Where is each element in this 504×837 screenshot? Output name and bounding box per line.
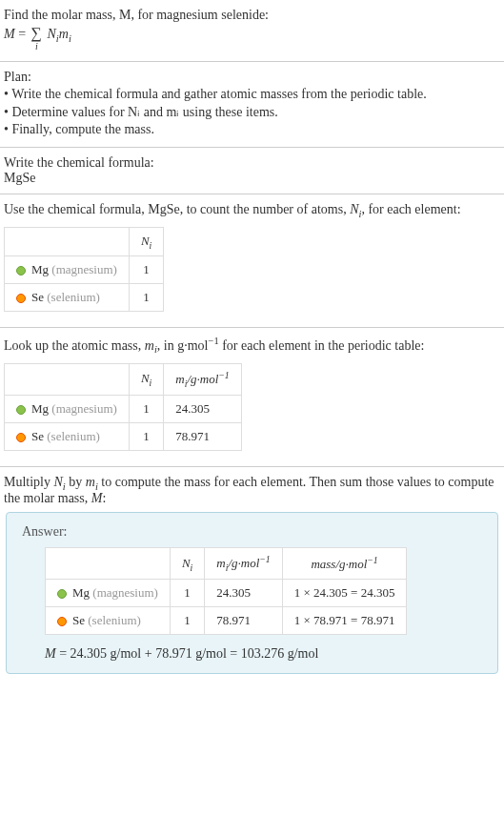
- element-cell: Se (selenium): [46, 607, 171, 635]
- result-expr: = 24.305 g/mol + 78.971 g/mol = 103.276 …: [56, 646, 319, 661]
- count-intro: Use the chemical formula, MgSe, to count…: [4, 202, 500, 219]
- n-cell: 1: [170, 607, 204, 635]
- answer-box: Answer: Ni mi/g·mol−1 mass/g·mol−1 Mg (m…: [6, 512, 498, 674]
- table-row: Mg (magnesium) 1: [5, 256, 164, 284]
- element-symbol: Mg: [31, 401, 49, 416]
- m-cell: 24.305: [164, 395, 241, 422]
- equals-sign: =: [18, 27, 29, 41]
- formula-step-title: Write the chemical formula:: [4, 155, 500, 171]
- element-name: (selenium): [47, 290, 100, 304]
- mult-b: by: [66, 475, 86, 489]
- element-bullet-icon: [16, 405, 26, 415]
- plan-title: Plan:: [4, 70, 500, 85]
- answer-content: Ni mi/g·mol−1 mass/g·mol−1 Mg (magnesium…: [22, 547, 482, 662]
- col-element: [5, 363, 130, 395]
- element-bullet-icon: [16, 433, 26, 442]
- formula-lhs: M: [4, 27, 15, 41]
- plan-item: • Determine values for Nᵢ and mᵢ using t…: [4, 104, 500, 120]
- header-section: Find the molar mass, M, for magnesium se…: [0, 0, 504, 62]
- element-bullet-icon: [57, 617, 67, 626]
- n-cell: 1: [129, 422, 163, 450]
- element-cell: Mg (magnesium): [46, 580, 171, 607]
- element-name: (selenium): [47, 429, 100, 443]
- lookup-table: Ni mi/g·mol−1 Mg (magnesium) 1 24.305 Se…: [4, 363, 242, 451]
- element-symbol: Se: [31, 290, 44, 304]
- plan-section: Plan: • Write the chemical formula and g…: [0, 62, 504, 148]
- element-name: (magnesium): [51, 401, 117, 416]
- plan-item: • Write the chemical formula and gather …: [4, 87, 500, 102]
- lookup-intro-b: , in g·mol: [157, 338, 209, 353]
- n-cell: 1: [129, 395, 163, 422]
- table-row: Se (selenium) 1: [5, 284, 164, 312]
- multiply-step-section: Multiply Ni by mi to compute the mass fo…: [0, 467, 504, 688]
- m-cell: 78.971: [164, 422, 241, 450]
- element-bullet-icon: [16, 294, 26, 303]
- element-name: (selenium): [88, 613, 141, 627]
- mult-a: Multiply: [4, 475, 54, 489]
- mult-var2: m: [86, 475, 95, 489]
- element-bullet-icon: [16, 266, 26, 276]
- lookup-intro-c: for each element in the periodic table:: [219, 338, 425, 353]
- element-symbol: Se: [72, 613, 85, 627]
- element-bullet-icon: [57, 589, 67, 599]
- col-n: Ni: [129, 227, 163, 256]
- sum-symbol: ∑i: [31, 25, 42, 42]
- mult-var1: N: [54, 475, 63, 489]
- formula-m: m: [59, 27, 69, 41]
- col-n: Ni: [170, 548, 204, 580]
- element-cell: Se (selenium): [5, 422, 130, 450]
- chemical-formula: MgSe: [4, 171, 500, 186]
- n-cell: 1: [129, 284, 163, 312]
- formula-m-sub: i: [69, 33, 71, 44]
- n-cell: 1: [129, 256, 163, 284]
- final-result: M = 24.305 g/mol + 78.971 g/mol = 103.27…: [45, 646, 482, 662]
- lookup-intro: Look up the atomic mass, mi, in g·mol−1 …: [4, 336, 500, 355]
- mult-var3: M: [91, 491, 103, 505]
- plan-item: • Finally, compute the mass.: [4, 122, 500, 137]
- table-header-row: Ni mi/g·mol−1: [5, 363, 242, 395]
- element-symbol: Mg: [31, 262, 49, 276]
- molar-mass-formula: M = ∑i Nimi: [4, 25, 500, 44]
- lookup-var: m: [145, 338, 154, 353]
- col-element: [5, 227, 130, 256]
- element-cell: Mg (magnesium): [5, 395, 130, 422]
- result-var: M: [45, 646, 56, 661]
- col-element: [46, 548, 171, 580]
- formula-step-section: Write the chemical formula: MgSe: [0, 148, 504, 194]
- formula-n: N: [47, 27, 55, 41]
- element-cell: Mg (magnesium): [5, 256, 130, 284]
- sum-index: i: [35, 41, 38, 51]
- table-header-row: Ni: [5, 227, 164, 256]
- table-row: Se (selenium) 1 78.971 1 × 78.971 = 78.9…: [46, 607, 407, 635]
- answer-label: Answer:: [22, 524, 482, 540]
- prompt-text: Find the molar mass, M, for magnesium se…: [4, 8, 500, 23]
- table-row: Mg (magnesium) 1 24.305: [5, 395, 242, 422]
- count-intro-b: , for each element:: [361, 202, 460, 216]
- lookup-step-section: Look up the atomic mass, mi, in g·mol−1 …: [0, 328, 504, 466]
- n-cell: 1: [170, 580, 204, 607]
- answer-table: Ni mi/g·mol−1 mass/g·mol−1 Mg (magnesium…: [45, 547, 407, 635]
- element-symbol: Se: [31, 429, 44, 443]
- element-cell: Se (selenium): [5, 284, 130, 312]
- element-name: (magnesium): [51, 262, 117, 276]
- table-row: Se (selenium) 1 78.971: [5, 422, 242, 450]
- element-name: (magnesium): [92, 585, 158, 600]
- mass-cell: 1 × 78.971 = 78.971: [282, 607, 407, 635]
- col-m: mi/g·mol−1: [164, 363, 241, 395]
- table-row: Mg (magnesium) 1 24.305 1 × 24.305 = 24.…: [46, 580, 407, 607]
- col-m: mi/g·mol−1: [205, 548, 282, 580]
- lookup-intro-sup: −1: [208, 336, 218, 346]
- count-table: Ni Mg (magnesium) 1 Se (selenium) 1: [4, 227, 164, 313]
- col-n: Ni: [129, 363, 163, 395]
- m-cell: 24.305: [205, 580, 282, 607]
- count-step-section: Use the chemical formula, MgSe, to count…: [0, 194, 504, 328]
- element-symbol: Mg: [72, 585, 90, 600]
- col-mass: mass/g·mol−1: [282, 548, 407, 580]
- lookup-intro-a: Look up the atomic mass,: [4, 338, 145, 353]
- mult-d: :: [102, 491, 106, 505]
- multiply-intro: Multiply Ni by mi to compute the mass fo…: [4, 475, 500, 507]
- mass-cell: 1 × 24.305 = 24.305: [282, 580, 407, 607]
- table-header-row: Ni mi/g·mol−1 mass/g·mol−1: [46, 548, 407, 580]
- m-cell: 78.971: [205, 607, 282, 635]
- count-intro-a: Use the chemical formula, MgSe, to count…: [4, 202, 350, 216]
